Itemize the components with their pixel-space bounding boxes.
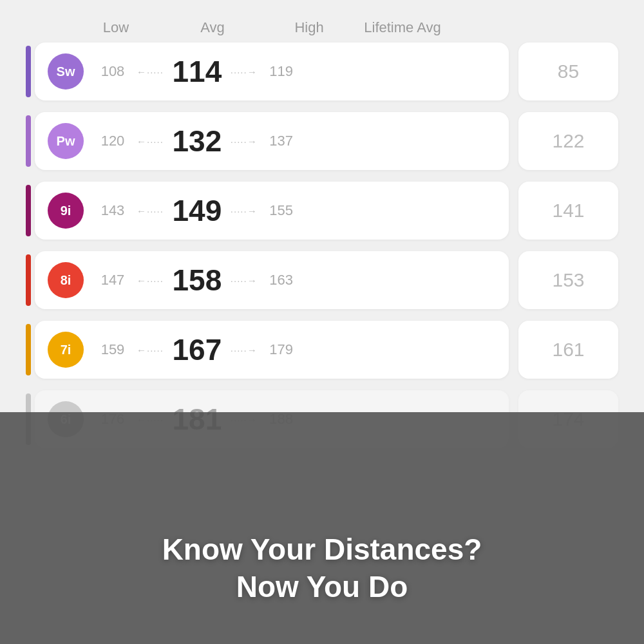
arrow-left-7i: ←····· xyxy=(137,345,164,355)
arrow-right-7i: ·····→ xyxy=(231,345,258,355)
avg-val-pw: 132 xyxy=(165,124,229,158)
club-row-9i[interactable]: 9i 143 ←····· 149 ·····→ 155 141 xyxy=(26,182,618,240)
lifetime-val-8i: 153 xyxy=(552,269,584,291)
header-lifetime: Lifetime Avg xyxy=(351,19,454,36)
avg-val-8i: 158 xyxy=(165,263,229,298)
lifetime-val-sw: 85 xyxy=(558,61,579,82)
high-val-9i: 155 xyxy=(259,202,304,219)
accent-bar-9i xyxy=(26,185,31,236)
header-row: Low Avg High Lifetime Avg xyxy=(26,19,618,36)
low-val-sw: 108 xyxy=(90,63,135,80)
main-card-7i: 7i 159 ←····· 167 ·····→ 179 xyxy=(35,321,509,379)
low-val-pw: 120 xyxy=(90,133,135,149)
high-val-8i: 163 xyxy=(259,272,304,289)
avg-val-sw: 114 xyxy=(165,54,229,89)
low-val-7i: 159 xyxy=(90,341,135,358)
overlay-text: Know Your Distances? Now You Do xyxy=(162,531,482,605)
header-low: Low xyxy=(84,19,148,36)
high-val-pw: 137 xyxy=(259,133,304,149)
header-avg: Avg xyxy=(148,19,277,36)
avg-val-7i: 167 xyxy=(165,332,229,367)
lifetime-card-pw: 122 xyxy=(518,112,618,170)
lifetime-card-sw: 85 xyxy=(518,43,618,100)
high-val-7i: 179 xyxy=(259,341,304,358)
overlay-line1: Know Your Distances? xyxy=(162,531,482,569)
lifetime-val-9i: 141 xyxy=(552,200,584,222)
lifetime-card-9i: 141 xyxy=(518,182,618,240)
arrow-right-pw: ·····→ xyxy=(231,136,258,147)
club-row-7i[interactable]: 7i 159 ←····· 167 ·····→ 179 161 xyxy=(26,321,618,379)
club-row-sw[interactable]: Sw 108 ←····· 114 ·····→ 119 85 xyxy=(26,43,618,100)
accent-bar-7i xyxy=(26,324,31,375)
main-card-sw: Sw 108 ←····· 114 ·····→ 119 xyxy=(35,43,509,100)
arrow-left-9i: ←····· xyxy=(137,205,164,216)
main-card-9i: 9i 143 ←····· 149 ·····→ 155 xyxy=(35,182,509,240)
lifetime-val-7i: 161 xyxy=(552,339,584,361)
club-badge-sw: Sw xyxy=(48,53,84,90)
club-row-8i[interactable]: 8i 147 ←····· 158 ·····→ 163 153 xyxy=(26,251,618,309)
arrow-right-sw: ·····→ xyxy=(231,66,258,77)
arrow-right-8i: ·····→ xyxy=(231,275,258,286)
club-badge-pw: Pw xyxy=(48,123,84,159)
avg-val-9i: 149 xyxy=(165,193,229,228)
accent-bar-sw xyxy=(26,46,31,97)
arrow-left-sw: ←····· xyxy=(137,66,164,77)
main-card-8i: 8i 147 ←····· 158 ·····→ 163 xyxy=(35,251,509,309)
accent-bar-8i xyxy=(26,254,31,306)
arrow-right-9i: ·····→ xyxy=(231,205,258,216)
high-val-sw: 119 xyxy=(259,63,304,80)
main-card-pw: Pw 120 ←····· 132 ·····→ 137 xyxy=(35,112,509,170)
club-badge-9i: 9i xyxy=(48,193,84,229)
club-row-pw[interactable]: Pw 120 ←····· 132 ·····→ 137 122 xyxy=(26,112,618,170)
arrow-left-8i: ←····· xyxy=(137,275,164,286)
lifetime-card-8i: 153 xyxy=(518,251,618,309)
low-val-9i: 143 xyxy=(90,202,135,219)
overlay: Know Your Distances? Now You Do xyxy=(0,412,644,644)
lifetime-card-7i: 161 xyxy=(518,321,618,379)
arrow-left-pw: ←····· xyxy=(137,136,164,147)
header-high: High xyxy=(277,19,341,36)
low-val-8i: 147 xyxy=(90,272,135,289)
club-badge-7i: 7i xyxy=(48,332,84,368)
accent-bar-pw xyxy=(26,115,31,167)
main-container: Low Avg High Lifetime Avg Sw 108 ←····· … xyxy=(0,0,644,644)
club-badge-8i: 8i xyxy=(48,262,84,298)
lifetime-val-pw: 122 xyxy=(552,130,584,152)
overlay-line2: Now You Do xyxy=(162,569,482,606)
